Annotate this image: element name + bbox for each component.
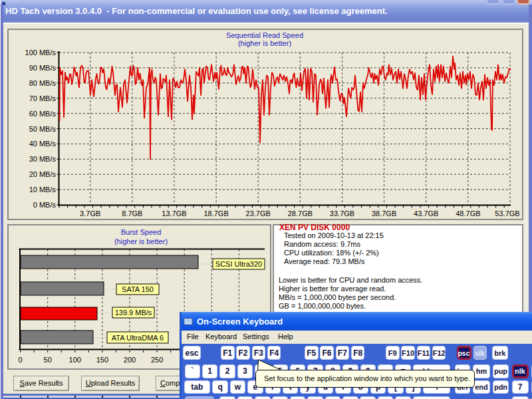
svg-text:ATA UltraDMA 6: ATA UltraDMA 6 <box>112 334 164 342</box>
svg-text:250: 250 <box>151 356 163 364</box>
svg-text:3.7GB: 3.7GB <box>80 209 100 217</box>
svg-text:18.7GB: 18.7GB <box>203 209 228 217</box>
svg-text:13.7GB: 13.7GB <box>162 209 186 217</box>
svg-text:200: 200 <box>124 356 136 364</box>
svg-text:50: 50 <box>44 356 52 364</box>
svg-text:80 MB/s: 80 MB/s <box>29 79 57 87</box>
svg-text:28.7GB: 28.7GB <box>288 209 313 217</box>
svg-text:38.7GB: 38.7GB <box>372 209 396 217</box>
svg-text:53.7GB: 53.7GB <box>495 209 519 217</box>
svg-text:150: 150 <box>96 356 108 364</box>
svg-text:48.7GB: 48.7GB <box>456 209 480 217</box>
svg-text:0: 0 <box>19 356 23 364</box>
svg-text:0 MB/s: 0 MB/s <box>33 201 57 209</box>
svg-text:43.7GB: 43.7GB <box>414 209 438 217</box>
svg-text:90 MB/s: 90 MB/s <box>29 64 57 72</box>
svg-text:20 MB/s: 20 MB/s <box>29 170 57 178</box>
svg-text:SCSI Ultra320: SCSI Ultra320 <box>215 260 262 268</box>
svg-text:30 MB/s: 30 MB/s <box>29 155 57 163</box>
svg-text:SATA 150: SATA 150 <box>122 285 154 293</box>
svg-text:10 MB/s: 10 MB/s <box>29 186 57 194</box>
svg-text:8.7GB: 8.7GB <box>122 209 142 217</box>
svg-text:60 MB/s: 60 MB/s <box>29 110 57 118</box>
svg-text:139.9 MB/s: 139.9 MB/s <box>115 309 152 317</box>
svg-text:70 MB/s: 70 MB/s <box>29 94 57 102</box>
svg-text:Set focus to the application w: Set focus to the application window into… <box>264 374 470 382</box>
svg-text:23.7GB: 23.7GB <box>246 209 271 217</box>
svg-text:40 MB/s: 40 MB/s <box>29 140 57 148</box>
svg-text:100: 100 <box>69 356 81 364</box>
svg-text:100 MB/s: 100 MB/s <box>25 49 57 57</box>
svg-text:50 MB/s: 50 MB/s <box>29 125 57 133</box>
svg-text:33.7GB: 33.7GB <box>330 209 354 217</box>
